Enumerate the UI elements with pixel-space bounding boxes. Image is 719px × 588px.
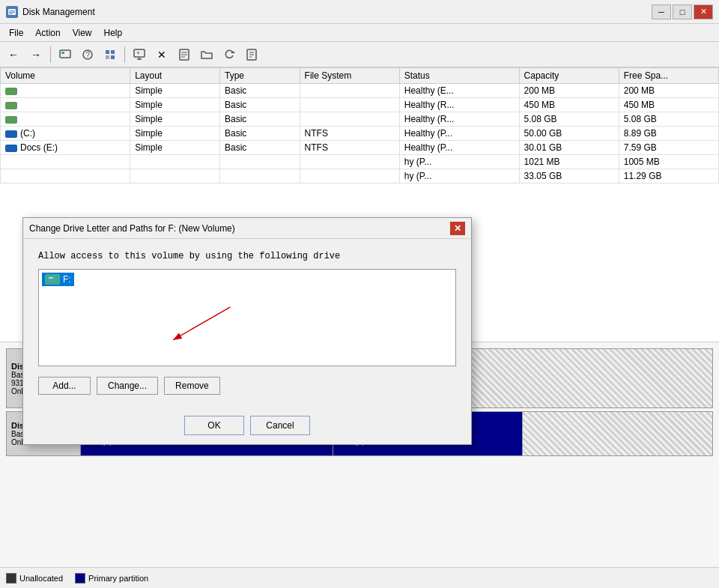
app-icon <box>6 6 18 18</box>
cell-volume <box>1 98 130 112</box>
table-row[interactable]: (C:) Simple Basic NTFS Healthy (P... 50.… <box>1 127 719 141</box>
menu-file[interactable]: File <box>3 26 29 40</box>
status-bar: Unallocated Primary partition <box>0 567 719 588</box>
cell-capacity: 30.01 GB <box>519 141 619 155</box>
change-drive-button[interactable]: Change... <box>97 377 158 395</box>
toolbar-separator-2 <box>124 46 125 63</box>
cell-type: Basic <box>220 84 300 98</box>
menu-bar: File Action View Help <box>0 24 719 42</box>
drive-list[interactable]: F: <box>38 269 456 366</box>
legend-primary-box <box>75 573 85 584</box>
disk-icon-green <box>5 102 17 109</box>
cell-volume <box>1 84 130 98</box>
menu-action[interactable]: Action <box>29 26 66 40</box>
cell-status: Healthy (E... <box>399 84 519 98</box>
up-button[interactable] <box>55 45 76 64</box>
add-button[interactable]: + <box>129 45 150 64</box>
modal-body: Allow access to this volume by using the… <box>23 239 471 416</box>
svg-rect-5 <box>61 52 64 54</box>
cell-status: Healthy (P... <box>399 127 519 141</box>
cell-free: 450 MB <box>619 98 718 112</box>
col-capacity: Capacity <box>519 68 619 84</box>
title-bar-left: Disk Management <box>6 6 95 18</box>
cell-free: 8.89 GB <box>619 127 718 141</box>
cell-capacity: 450 MB <box>519 98 619 112</box>
col-layout: Layout <box>130 68 220 84</box>
cell-capacity: 50.00 GB <box>519 127 619 141</box>
cell-layout: Simple <box>130 84 220 98</box>
cell-volume: (C:) <box>1 127 130 141</box>
cell-fs <box>300 169 399 184</box>
cell-free: 200 MB <box>619 84 718 98</box>
drive-f-item[interactable]: F: <box>42 273 74 286</box>
drive-letter-label: F: <box>63 274 71 285</box>
cell-type: Basic <box>220 98 300 112</box>
svg-rect-9 <box>111 50 115 54</box>
menu-view[interactable]: View <box>67 26 98 40</box>
cell-type: Basic <box>220 112 300 127</box>
refresh-button[interactable] <box>219 45 240 64</box>
remove-drive-button[interactable]: Remove <box>164 377 220 395</box>
cell-status: Healthy (R... <box>399 98 519 112</box>
col-type: Type <box>220 68 300 84</box>
cell-layout: Simple <box>130 112 220 127</box>
modal-footer: OK Cancel <box>23 416 471 444</box>
back-button[interactable]: ← <box>3 45 24 64</box>
delete-button[interactable]: ✕ <box>151 45 172 64</box>
cell-layout: Simple <box>130 127 220 141</box>
minimize-button[interactable]: ─ <box>652 4 671 19</box>
volumes-table: Volume Layout Type File System Status Ca… <box>0 67 719 184</box>
cell-volume <box>1 112 130 127</box>
svg-rect-26 <box>49 277 53 279</box>
svg-rect-11 <box>111 55 115 59</box>
cell-capacity: 5.08 GB <box>519 112 619 127</box>
open-folder-button[interactable] <box>196 45 217 64</box>
cell-status: Healthy (R... <box>399 112 519 127</box>
table-row[interactable]: Simple Basic Healthy (E... 200 MB 200 MB <box>1 84 719 98</box>
table-row[interactable]: hy (P... 33.05 GB 11.29 GB <box>1 169 719 184</box>
svg-rect-10 <box>106 55 109 59</box>
cell-fs <box>300 84 399 98</box>
svg-rect-2 <box>9 12 15 13</box>
modal-close-button[interactable]: ✕ <box>450 222 465 235</box>
maximize-button[interactable]: □ <box>673 4 692 19</box>
svg-rect-1 <box>9 10 15 11</box>
close-button[interactable]: ✕ <box>694 4 713 19</box>
cell-free: 11.29 GB <box>619 169 718 184</box>
menu-help[interactable]: Help <box>98 26 129 40</box>
col-volume: Volume <box>1 68 130 84</box>
help-button[interactable]: ? <box>77 45 98 64</box>
forward-button[interactable]: → <box>25 45 46 64</box>
drive-icon <box>45 274 60 285</box>
cancel-button[interactable]: Cancel <box>250 416 310 435</box>
table-row[interactable]: Simple Basic Healthy (R... 5.08 GB 5.08 … <box>1 112 719 127</box>
cell-type <box>220 155 300 169</box>
cell-capacity: 1021 MB <box>519 155 619 169</box>
legend-primary: Primary partition <box>75 573 148 584</box>
cell-type <box>220 169 300 184</box>
col-status: Status <box>399 68 519 84</box>
title-bar: Disk Management ─ □ ✕ <box>0 0 719 24</box>
ok-button[interactable]: OK <box>184 416 244 435</box>
cell-capacity: 200 MB <box>519 84 619 98</box>
showhide-button[interactable] <box>100 45 121 64</box>
properties-button[interactable] <box>174 45 195 64</box>
table-row[interactable]: Docs (E:) Simple Basic NTFS Healthy (P..… <box>1 141 719 155</box>
cell-layout <box>130 155 220 169</box>
cell-fs <box>300 98 399 112</box>
col-fs: File System <box>300 68 399 84</box>
cell-fs <box>300 112 399 127</box>
table-row[interactable]: Simple Basic Healthy (R... 450 MB 450 MB <box>1 98 719 112</box>
table-row[interactable]: hy (P... 1021 MB 1005 MB <box>1 155 719 169</box>
legend-primary-label: Primary partition <box>88 574 148 583</box>
legend-unallocated: Unallocated <box>6 573 63 584</box>
toolbar: ← → ? + ✕ <box>0 42 719 67</box>
cell-fs: NTFS <box>300 127 399 141</box>
title-bar-controls: ─ □ ✕ <box>652 4 713 19</box>
cell-layout <box>130 169 220 184</box>
export-button[interactable] <box>241 45 262 64</box>
cell-volume: Docs (E:) <box>1 141 130 155</box>
disk-icon-green <box>5 88 17 95</box>
cell-free: 1005 MB <box>619 155 718 169</box>
add-drive-button[interactable]: Add... <box>38 377 91 395</box>
